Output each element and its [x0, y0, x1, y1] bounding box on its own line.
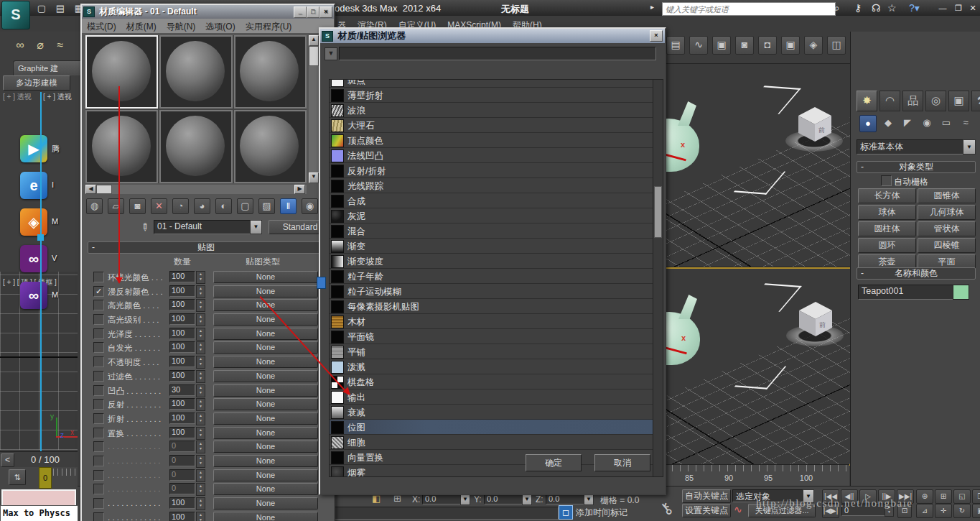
infinity-app-icon[interactable]: ∞: [20, 282, 47, 309]
map-channel-checkbox[interactable]: ✓: [93, 456, 104, 466]
map-channel-checkbox[interactable]: ✓: [93, 328, 104, 339]
favorites-star-icon[interactable]: ☆: [887, 2, 897, 14]
map-channel-checkbox[interactable]: ✓: [93, 342, 104, 353]
sample-vertical-scrollbar[interactable]: ▲ ▼: [309, 35, 319, 183]
map-amount-field[interactable]: 100: [169, 412, 195, 424]
create-shapes-icon[interactable]: ◆: [880, 115, 896, 131]
physics-window-title[interactable]: Max to Physcs (: [0, 505, 78, 521]
browser-filter-icon[interactable]: ▼: [325, 47, 337, 60]
timeline-ruler[interactable]: 859095100: [664, 464, 849, 487]
map-type-item[interactable]: 粒子年龄: [330, 269, 653, 284]
search-icon[interactable]: ⌕: [834, 2, 840, 14]
create-helpers-icon[interactable]: ▭: [938, 115, 954, 131]
show-end-result-icon[interactable]: ▨: [258, 198, 275, 214]
desktop-icon-item[interactable]: e I: [20, 172, 78, 199]
map-amount-field[interactable]: 100: [169, 356, 195, 367]
put-to-library-icon[interactable]: ◕: [194, 198, 210, 214]
map-amount-spinner[interactable]: ▲▼: [196, 469, 205, 482]
material-sample-slot[interactable]: [159, 110, 232, 183]
map-amount-field[interactable]: 100: [169, 512, 195, 521]
field-of-view-icon[interactable]: ⊿: [916, 504, 933, 518]
map-amount-spinner[interactable]: ▲▼: [196, 427, 205, 440]
map-type-button[interactable]: None: [213, 271, 318, 283]
pick-material-eyedropper-icon[interactable]: ✎: [138, 220, 152, 234]
material-editor-title-bar[interactable]: S 材质编辑器 - 01 - Default _ □ ×: [82, 5, 334, 19]
object-color-swatch[interactable]: [953, 285, 969, 300]
map-amount-spinner[interactable]: ▲▼: [196, 370, 205, 383]
map-type-item[interactable]: 光线跟踪: [330, 178, 653, 193]
create-cameras-icon[interactable]: ◉: [919, 115, 935, 131]
map-type-item[interactable]: 平铺: [330, 344, 653, 359]
material-sample-slot[interactable]: [234, 35, 307, 109]
view-cube[interactable]: 前: [786, 300, 844, 351]
previous-frame-button[interactable]: <: [1, 453, 14, 467]
unlink-selection-icon[interactable]: ⌀: [30, 36, 50, 55]
assign-to-selection-icon[interactable]: ◙: [129, 198, 146, 214]
time-slider[interactable]: 0: [39, 467, 52, 489]
map-type-button[interactable]: None: [213, 483, 318, 495]
material-sample-slot[interactable]: [85, 110, 158, 183]
map-channel-checkbox[interactable]: ✓: [93, 314, 104, 325]
map-type-button[interactable]: None: [213, 441, 318, 453]
map-type-item[interactable]: 斑点: [330, 79, 653, 88]
map-type-button[interactable]: None: [213, 497, 318, 510]
map-amount-spinner[interactable]: ▲▼: [196, 313, 205, 326]
material-name-arrow-icon[interactable]: ▼: [250, 220, 262, 234]
object-type-button[interactable]: 圆环: [858, 238, 916, 253]
map-amount-spinner[interactable]: ▲▼: [196, 455, 205, 468]
scroll-right-icon[interactable]: ▶: [294, 185, 305, 194]
object-type-button[interactable]: 四棱锥: [918, 238, 976, 253]
map-type-button[interactable]: None: [213, 285, 318, 298]
tencent-video-icon[interactable]: ▶: [20, 135, 47, 162]
map-type-item[interactable]: 位图: [330, 420, 653, 435]
map-type-item[interactable]: 合成: [330, 193, 653, 208]
map-type-item[interactable]: 平面镜: [330, 329, 653, 344]
map-amount-field[interactable]: 100: [169, 328, 195, 339]
zoom-icon[interactable]: ⊕: [916, 489, 933, 504]
subscription-key-icon[interactable]: ⚷: [854, 2, 862, 14]
map-type-button[interactable]: None: [213, 455, 318, 467]
ok-button[interactable]: 确定: [526, 454, 582, 471]
map-type-button[interactable]: None: [213, 356, 318, 368]
auto-key-button[interactable]: 自动关键点: [682, 489, 731, 503]
material-sample-slot[interactable]: [85, 35, 158, 109]
show-map-in-viewport-icon[interactable]: ▢: [237, 198, 253, 214]
autogrid-checkbox[interactable]: [881, 175, 892, 186]
map-amount-spinner[interactable]: ▲▼: [196, 441, 205, 453]
maps-rollout-header[interactable]: - 贴图: [88, 241, 325, 254]
snap-toggle-icon[interactable]: ◈: [804, 36, 823, 55]
communication-center-icon[interactable]: ☊: [872, 2, 880, 14]
map-type-item[interactable]: 大理石: [330, 118, 653, 133]
search-input[interactable]: [662, 2, 836, 16]
zoom-all-icon[interactable]: ⊞: [935, 489, 952, 504]
app-restore-button[interactable]: ❐: [952, 2, 965, 14]
map-type-item[interactable]: 木材: [330, 314, 653, 329]
browser-scrollbar[interactable]: [653, 79, 663, 477]
map-type-button[interactable]: None: [213, 412, 318, 425]
app-close-button[interactable]: ✕: [966, 2, 979, 14]
map-type-button[interactable]: None: [213, 398, 318, 410]
object-type-button[interactable]: 球体: [858, 205, 916, 220]
rollout-collapse-icon[interactable]: -: [861, 162, 864, 172]
app-minimize-button[interactable]: —: [936, 2, 949, 14]
object-type-button[interactable]: 几何球体: [918, 205, 976, 220]
map-amount-spinner[interactable]: ▲▼: [196, 497, 205, 510]
map-amount-field[interactable]: 100: [169, 271, 195, 282]
map-channel-checkbox[interactable]: ✓: [93, 413, 104, 424]
map-amount-field[interactable]: 100: [169, 313, 195, 325]
map-channel-checkbox[interactable]: ✓: [93, 272, 104, 282]
arc-rotate-icon[interactable]: ↻: [953, 504, 971, 518]
object-type-button[interactable]: 圆柱体: [858, 221, 916, 236]
desktop-icon-item[interactable]: ∞ M: [20, 282, 78, 309]
new-file-icon[interactable]: ▢: [34, 2, 49, 14]
pan-hand-icon[interactable]: ✛: [935, 504, 952, 518]
map-channel-checkbox[interactable]: ✓: [93, 428, 104, 438]
scroll-down-icon[interactable]: ▼: [309, 172, 319, 183]
scroll-thumb[interactable]: [309, 46, 319, 66]
map-amount-spinner[interactable]: ▲▼: [196, 328, 205, 341]
tab-create[interactable]: ✸: [857, 91, 877, 111]
add-time-tag[interactable]: 添加时间标记: [576, 507, 627, 519]
map-amount-field[interactable]: 100: [169, 398, 195, 410]
map-type-item[interactable]: 输出: [330, 389, 653, 405]
map-amount-field[interactable]: 30: [169, 384, 195, 396]
